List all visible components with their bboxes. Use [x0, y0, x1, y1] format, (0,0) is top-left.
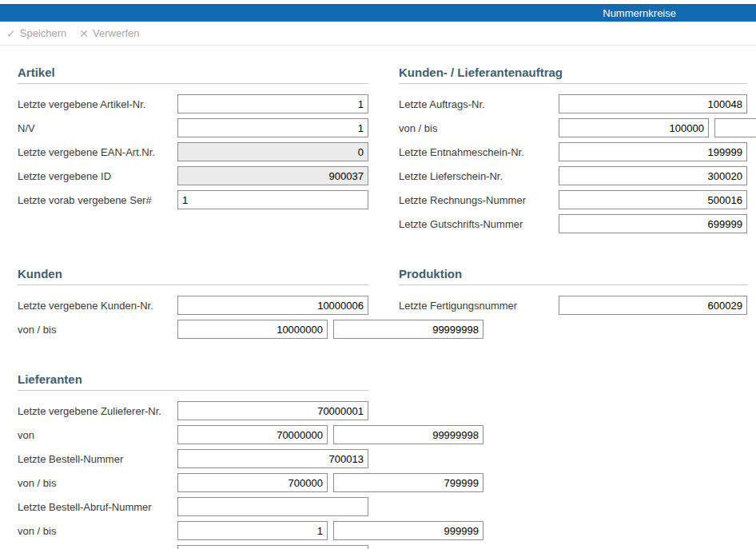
section-kunden: Kunden Letzte vergebene Kunden-Nr. von /… — [18, 267, 368, 344]
form-row: Letzte Rechnungs-Nummer — [399, 190, 747, 209]
letzte-lieferschein-nr-input[interactable] — [559, 166, 747, 185]
form-row: Letzte Auftrags-Nr. — [399, 94, 747, 113]
section-artikel: Artikel Letzte vergebene Artikel-Nr. N/V… — [18, 66, 368, 214]
form-content: Artikel Letzte vergebene Artikel-Nr. N/V… — [0, 46, 756, 549]
section-heading: Produktion — [399, 267, 747, 285]
lieferanten-bis-input[interactable] — [333, 425, 483, 444]
nv-input[interactable] — [177, 118, 368, 137]
kunden-bis-input[interactable] — [333, 320, 483, 339]
field-label: Letzte Gutschrifts-Nummer — [399, 218, 559, 230]
lieferanten-von-input[interactable] — [177, 425, 328, 444]
bestell-bis-input[interactable] — [333, 473, 483, 492]
field-label: Letzte Bestell-Abruf-Nummer — [18, 501, 177, 513]
form-row: Letzte Fertigungsnummer — [399, 296, 747, 315]
field-label: von — [18, 429, 177, 441]
field-label: Letzte vergebene Kunden-Nr. — [18, 300, 177, 312]
letzte-entnahmeschein-nr-input[interactable] — [559, 142, 747, 161]
section-auftrag: Kunden- / Lieferantenauftrag Letzte Auft… — [399, 66, 747, 238]
section-heading: Kunden — [18, 267, 368, 285]
letzte-auftrags-nr-input[interactable] — [559, 94, 747, 113]
field-label: N/V — [18, 122, 177, 134]
discard-button-label: Verwerfen — [93, 27, 140, 39]
letzte-bestell-nummer-input[interactable] — [177, 449, 368, 468]
field-label: von / bis — [18, 477, 177, 489]
letzte-id-input — [177, 166, 368, 185]
form-row: Letzte vergebene EAN-Art.Nr. — [18, 142, 368, 161]
form-row: Letzte Entnahmeschein-Nr. — [399, 142, 747, 161]
checkmark-icon: ✓ — [6, 28, 16, 39]
form-row: Letzte Bestell-Abruf-Nummer — [18, 497, 368, 516]
form-row: Letzte vorab vergebene Ser# — [18, 190, 368, 209]
form-row: von — [18, 425, 368, 444]
bestell-abruf-von-input[interactable] — [177, 521, 328, 540]
field-label: Letzte Entnahmeschein-Nr. — [399, 146, 559, 158]
close-icon: ✕ — [79, 28, 89, 39]
field-label: Letzte Rechnungs-Nummer — [399, 194, 559, 206]
auftrag-bis-input[interactable] — [714, 118, 756, 137]
field-label: Letzte vergebene ID — [18, 170, 177, 182]
letzte-rechnungs-nummer-input[interactable] — [559, 190, 747, 209]
bestell-von-input[interactable] — [177, 473, 328, 492]
form-row: von / bis — [399, 118, 747, 137]
form-row: von / bis — [18, 521, 368, 540]
form-row: Letzte Preisanfragen-Nr. — [18, 545, 368, 549]
field-label: von / bis — [399, 122, 559, 134]
field-label: von / bis — [18, 324, 177, 336]
form-row: von / bis — [18, 473, 368, 492]
field-label: Letzte Lieferschein-Nr. — [399, 170, 559, 182]
field-label: Letzte vergebene Zulieferer-Nr. — [18, 405, 177, 417]
letzte-gutschrifts-nummer-input[interactable] — [559, 214, 747, 233]
section-heading: Kunden- / Lieferantenauftrag — [399, 66, 747, 84]
auftrag-von-input[interactable] — [559, 118, 709, 137]
window-titlebar: Nummernkreise — [0, 4, 756, 22]
letzte-artikel-nr-input[interactable] — [177, 94, 368, 113]
save-button-label: Speichern — [20, 27, 67, 39]
form-row: Letzte Gutschrifts-Nummer — [399, 214, 747, 233]
section-produktion: Produktion Letzte Fertigungsnummer — [399, 267, 747, 320]
bestell-abruf-bis-input[interactable] — [333, 521, 483, 540]
ean-art-nr-input — [177, 142, 368, 161]
form-row: Letzte vergebene Artikel-Nr. — [18, 94, 368, 113]
form-row: N/V — [18, 118, 368, 137]
discard-button[interactable]: ✕ Verwerfen — [79, 27, 139, 39]
kunden-von-input[interactable] — [177, 320, 328, 339]
field-label: Letzte vergebene Artikel-Nr. — [18, 98, 177, 110]
form-row: Letzte vergebene ID — [18, 166, 368, 185]
toolbar: ✓ Speichern ✕ Verwerfen — [0, 22, 756, 46]
form-row: Letzte Lieferschein-Nr. — [399, 166, 747, 185]
form-row: Letzte vergebene Kunden-Nr. — [18, 296, 368, 315]
field-label: Letzte vorab vergebene Ser# — [18, 194, 177, 206]
section-heading: Lieferanten — [18, 372, 368, 391]
form-row: Letzte Bestell-Nummer — [18, 449, 368, 468]
vorab-sernr-input[interactable] — [177, 190, 368, 209]
letzte-kunden-nr-input[interactable] — [177, 296, 368, 315]
section-lieferanten: Lieferanten Letzte vergebene Zulieferer-… — [18, 372, 368, 549]
field-label: Letzte Fertigungsnummer — [399, 300, 559, 312]
letzte-bestell-abruf-nummer-input[interactable] — [177, 497, 368, 516]
field-label: Letzte Auftrags-Nr. — [399, 98, 559, 110]
page-title: Nummernkreise — [603, 7, 676, 19]
form-row: von / bis — [18, 320, 368, 339]
field-label: Letzte vergebene EAN-Art.Nr. — [18, 146, 177, 158]
form-row: Letzte vergebene Zulieferer-Nr. — [18, 401, 368, 420]
letzte-fertigungsnummer-input[interactable] — [559, 296, 747, 315]
save-button[interactable]: ✓ Speichern — [6, 27, 66, 39]
field-label: Letzte Bestell-Nummer — [18, 453, 177, 465]
letzte-zulieferer-nr-input[interactable] — [177, 401, 368, 420]
section-heading: Artikel — [18, 66, 368, 84]
letzte-preisanfragen-nr-input[interactable] — [177, 545, 368, 549]
field-label: von / bis — [18, 525, 177, 537]
